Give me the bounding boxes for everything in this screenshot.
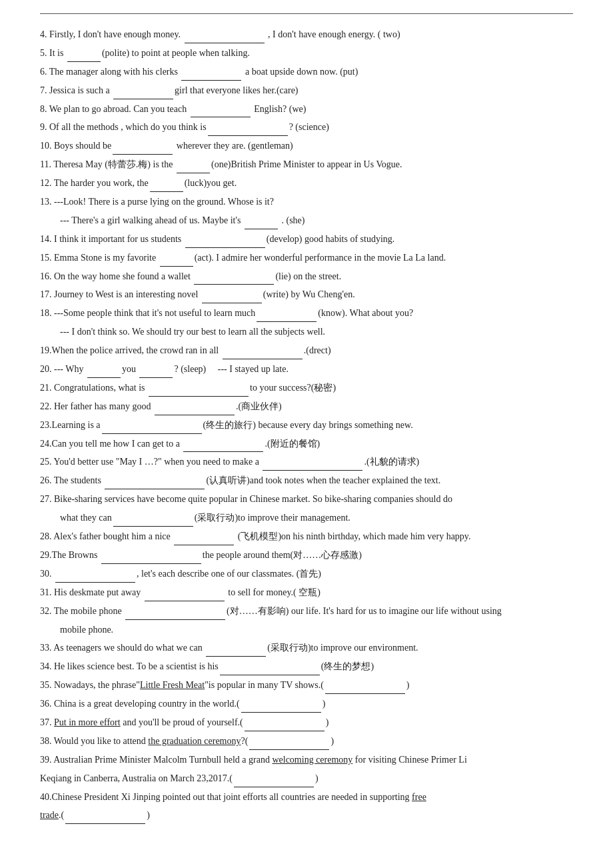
item-16: 16. On the way home she found a wallet (… bbox=[40, 268, 573, 285]
blank-30 bbox=[55, 573, 135, 583]
item-19: 19.When the police arrived, the crowd ra… bbox=[40, 342, 573, 359]
blank-12 bbox=[150, 183, 183, 192]
item-7: 7. Jessica is such a girl that everyone … bbox=[40, 82, 573, 99]
blank-11 bbox=[177, 164, 210, 173]
underline-39: welcoming ceremony bbox=[272, 755, 352, 765]
item-5: 5. It is (polite) to point at people whe… bbox=[40, 45, 573, 62]
blank-14 bbox=[185, 239, 265, 248]
blank-5 bbox=[67, 53, 101, 62]
item-21: 21. Congratulations, what is to your suc… bbox=[40, 379, 573, 397]
item-27: 27. Bike-sharing services have become qu… bbox=[40, 491, 573, 508]
underline-35: Little Fresh Meat bbox=[140, 680, 205, 690]
blank-25 bbox=[263, 461, 362, 471]
item-33: 33. As teenagers we should do what we ca… bbox=[40, 639, 573, 657]
item-11: 11. Theresa May (特蕾莎.梅) is the (one)Brit… bbox=[40, 156, 573, 173]
item-20: 20. --- Why you ? (sleep) --- I stayed u… bbox=[40, 361, 573, 378]
content: 4. Firstly, I don't have enough money. ,… bbox=[40, 26, 573, 824]
item-29: 29.The Browns the people around them(对……… bbox=[40, 547, 573, 564]
blank-38 bbox=[249, 741, 329, 750]
item-34: 34. He likes science best. To be a scien… bbox=[40, 658, 573, 675]
item-26: 26. The students (认真听讲)and took notes wh… bbox=[40, 472, 573, 489]
blank-39 bbox=[234, 778, 314, 787]
item-12: 12. The harder you work, the(luck)you ge… bbox=[40, 175, 573, 192]
blank-4a bbox=[185, 34, 265, 43]
meat-text: Meat bbox=[185, 680, 205, 690]
blank-29 bbox=[101, 555, 201, 564]
item-22: 22. Her father has many good .(商业伙伴) bbox=[40, 398, 573, 415]
item-4: 4. Firstly, I don't have enough money. ,… bbox=[40, 26, 573, 43]
item-24: 24.Can you tell me how I can get to a .(… bbox=[40, 435, 573, 453]
item-40: 40.Chinese President Xi Jinping pointed … bbox=[40, 789, 573, 806]
underline-40b: trade bbox=[40, 810, 59, 820]
blank-37 bbox=[245, 722, 324, 731]
item-30: 30. , let's each describe one of our cla… bbox=[40, 565, 573, 583]
blank-17 bbox=[202, 294, 262, 303]
blank-7 bbox=[113, 90, 173, 99]
item-6: 6. The manager along with his clerks a b… bbox=[40, 63, 573, 81]
item-15: 15. Emma Stone is my favorite (act). I a… bbox=[40, 249, 573, 267]
item-39b: Keqiang in Canberra, Australia on March … bbox=[40, 770, 573, 787]
item-9: 9. Of all the methods , which do you thi… bbox=[40, 119, 573, 136]
item-25: 25. You'd better use "May I …?" when you… bbox=[40, 453, 573, 471]
blank-19 bbox=[223, 350, 303, 359]
blank-34 bbox=[220, 666, 320, 675]
blank-20a bbox=[87, 369, 121, 378]
blank-20b bbox=[139, 369, 173, 378]
item-32: 32. The mobile phone (对……有影响) our life. … bbox=[40, 603, 573, 620]
blank-35 bbox=[325, 685, 405, 694]
blank-31 bbox=[145, 592, 225, 601]
item-39: 39. Australian Prime Minister Malcolm Tu… bbox=[40, 751, 573, 769]
item-27b: what they can(采取行动)to improve their mana… bbox=[40, 509, 573, 527]
blank-9 bbox=[208, 127, 288, 136]
item-31: 31. His deskmate put away to sell for mo… bbox=[40, 584, 573, 601]
item-14: 14. I think it important for us students… bbox=[40, 231, 573, 248]
top-border bbox=[40, 13, 573, 14]
blank-32 bbox=[125, 611, 225, 620]
blank-16 bbox=[194, 275, 274, 285]
blank-21 bbox=[149, 387, 249, 397]
item-18: 18. ---Some people think that it's not u… bbox=[40, 305, 573, 322]
underline-40: free bbox=[412, 792, 426, 802]
item-38: 38. Would you like to attend the graduat… bbox=[40, 733, 573, 750]
item-23: 23.Learning is a(终生的旅行) because every da… bbox=[40, 417, 573, 434]
item-36: 36. China is a great developing country … bbox=[40, 695, 573, 713]
item-28: 28. Alex's father bought him a nice (飞机模… bbox=[40, 528, 573, 545]
blank-26 bbox=[105, 480, 205, 489]
blank-6 bbox=[181, 71, 241, 81]
item-13b: --- There's a girl walking ahead of us. … bbox=[40, 212, 573, 229]
blank-18 bbox=[257, 313, 316, 322]
blank-40 bbox=[65, 815, 145, 824]
item-18b: --- I don't think so. We should try our … bbox=[40, 323, 573, 341]
blank-33 bbox=[206, 647, 266, 657]
underline-37: Put in more effort bbox=[54, 717, 121, 727]
blank-10 bbox=[113, 145, 173, 155]
item-17: 17. Journey to West is an interesting no… bbox=[40, 286, 573, 303]
blank-8 bbox=[191, 108, 251, 117]
blank-27 bbox=[113, 517, 193, 527]
blank-23 bbox=[102, 425, 202, 434]
underline-38: the graduation ceremony bbox=[148, 736, 241, 746]
item-8: 8. We plan to go abroad. Can you teach E… bbox=[40, 101, 573, 118]
blank-15 bbox=[160, 257, 193, 267]
item-37: 37. Put in more effort and you'll be pro… bbox=[40, 714, 573, 731]
blank-22 bbox=[155, 406, 235, 415]
item-35: 35. Nowadays, the phrase"Little Fresh Me… bbox=[40, 677, 573, 694]
item-10: 10. Boys should be wherever they are. (g… bbox=[40, 137, 573, 155]
item-32b: mobile phone. bbox=[40, 621, 573, 639]
blank-36 bbox=[241, 703, 321, 713]
blank-28 bbox=[174, 536, 234, 545]
item-13: 13. ---Look! There is a purse lying on t… bbox=[40, 193, 573, 211]
blank-24 bbox=[183, 443, 263, 452]
item-40b: trade.() bbox=[40, 807, 573, 824]
blank-13 bbox=[245, 220, 278, 229]
